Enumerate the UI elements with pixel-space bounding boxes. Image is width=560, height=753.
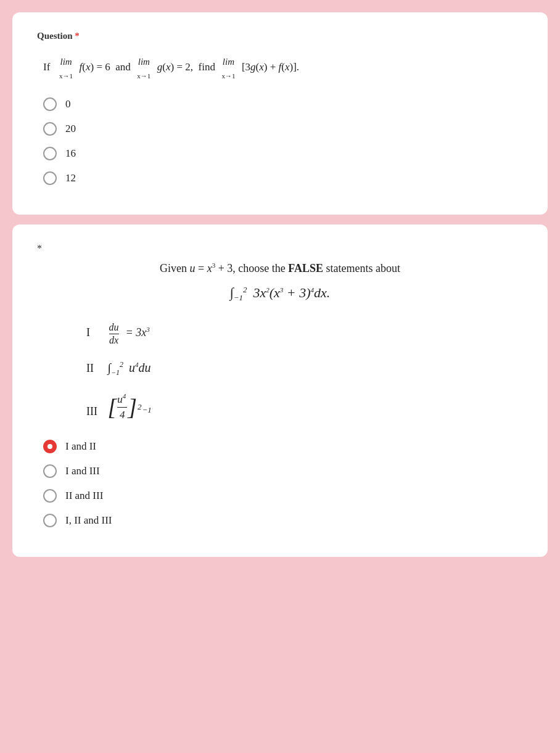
- option-label-16: 16: [65, 147, 76, 160]
- option-label-I-III: I and III: [65, 465, 100, 477]
- question-card-1: Question * If lim x→1 f(x) = 6 and lim x…: [12, 12, 548, 215]
- roman-I-label: I: [86, 326, 105, 339]
- radio-16[interactable]: [43, 147, 57, 160]
- radio-I-III[interactable]: [43, 464, 57, 478]
- question-label-1: Question *: [37, 31, 523, 41]
- option-label-12: 12: [65, 172, 76, 184]
- radio-0[interactable]: [43, 97, 57, 111]
- roman-III-section: III [ u4 4 ] 2 −1: [86, 392, 523, 421]
- integral-display: ∫−12 3x2(x3 + 3)4dx.: [37, 285, 523, 303]
- option-II-III[interactable]: II and III: [43, 489, 523, 503]
- options-list-1: 0 20 16 12: [37, 97, 523, 185]
- math-content-2: Given u = x3 + 3, choose the FALSE state…: [37, 261, 523, 303]
- option-label-0: 0: [65, 98, 71, 110]
- option-12[interactable]: 12: [43, 171, 523, 185]
- given-text: Given u = x3 + 3, choose the FALSE state…: [37, 261, 523, 275]
- radio-II-III[interactable]: [43, 489, 57, 503]
- roman-II-section: II ∫−12 u4du: [86, 361, 523, 378]
- radio-I-II-III[interactable]: [43, 514, 57, 527]
- option-label-II-III: II and III: [65, 490, 103, 502]
- option-0[interactable]: 0: [43, 97, 523, 111]
- radio-I-II[interactable]: [43, 440, 57, 453]
- option-label-I-II-III: I, II and III: [65, 514, 112, 527]
- options-list-2: I and II I and III II and III I, II and …: [37, 440, 523, 527]
- radio-20[interactable]: [43, 122, 57, 136]
- card2-required: *: [37, 243, 523, 254]
- option-label-I-II: I and II: [65, 440, 96, 453]
- option-I-III[interactable]: I and III: [43, 464, 523, 478]
- option-label-20: 20: [65, 123, 76, 135]
- option-16[interactable]: 16: [43, 147, 523, 160]
- roman-I-section: I du dx = 3x3: [86, 322, 523, 346]
- option-20[interactable]: 20: [43, 122, 523, 136]
- question-card-2: * Given u = x3 + 3, choose the FALSE sta…: [12, 224, 548, 557]
- roman-II-label: II: [86, 362, 105, 375]
- math-question-1: If lim x→1 f(x) = 6 and lim x→1 g(x) = 2…: [37, 54, 523, 83]
- option-I-II-III[interactable]: I, II and III: [43, 514, 523, 527]
- roman-III-label: III: [86, 405, 105, 418]
- option-I-II[interactable]: I and II: [43, 440, 523, 453]
- radio-12[interactable]: [43, 171, 57, 185]
